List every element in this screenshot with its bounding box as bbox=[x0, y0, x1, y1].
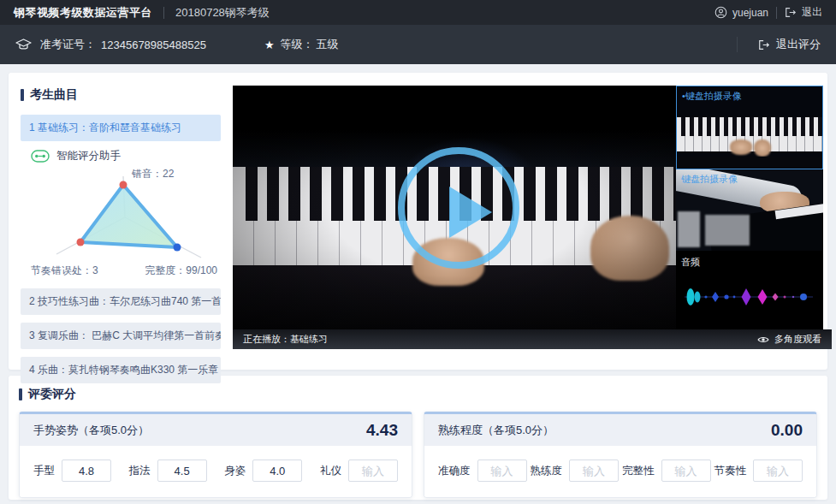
hand-shape-input[interactable] bbox=[62, 460, 111, 482]
multi-angle-button[interactable]: 多角度观看 bbox=[757, 333, 821, 346]
now-playing-text: 正在播放：基础练习 bbox=[243, 333, 328, 346]
field-etiquette: 礼仪 bbox=[320, 460, 398, 482]
graduation-cap-icon bbox=[15, 39, 32, 51]
thumbnail-1-label: •键盘拍摄录像 bbox=[682, 90, 742, 103]
posture-input[interactable] bbox=[252, 460, 302, 482]
field-accuracy: 准确度 bbox=[438, 460, 527, 482]
thumbnail-keyboard-top[interactable]: •键盘拍摄录像 bbox=[676, 86, 823, 169]
field-posture: 身姿 bbox=[224, 460, 302, 482]
field-completeness: 完整性 bbox=[622, 460, 711, 482]
top-bar: 钢琴视频考级数据运营平台 20180728钢琴考级 yuejuan 退出 bbox=[0, 0, 836, 25]
song-item-2[interactable]: 2 技巧性练习曲：车尔尼练习曲740 第一首 bbox=[21, 288, 221, 315]
exit-scoring-button[interactable]: 退出评分 bbox=[737, 37, 821, 52]
rhythm-label: 节奏性 bbox=[714, 464, 747, 478]
posture-label: 身姿 bbox=[224, 464, 246, 478]
title-accent-bar bbox=[19, 388, 22, 400]
ai-assistant-icon bbox=[31, 150, 50, 163]
etiquette-label: 礼仪 bbox=[320, 464, 341, 478]
radar-label-wrong-notes: 错音：22 bbox=[132, 167, 174, 181]
audio-waveform bbox=[679, 278, 820, 316]
multi-angle-label: 多角度观看 bbox=[774, 333, 821, 346]
player-control-bar: 正在播放：基础练习 多角度观看 bbox=[233, 329, 832, 349]
user-icon bbox=[714, 6, 727, 19]
mini-hand-left bbox=[730, 139, 752, 155]
username: yuejuan bbox=[732, 7, 768, 19]
radar-label-completeness: 完整度：99/100 bbox=[145, 264, 217, 278]
scoring-title: 评委评分 bbox=[19, 387, 817, 402]
panel-2-header: 熟练程度（各项5.0分） 0.00 bbox=[424, 414, 816, 446]
play-button[interactable] bbox=[398, 147, 519, 269]
etiquette-input[interactable] bbox=[348, 460, 398, 482]
fingering-input[interactable] bbox=[157, 460, 207, 482]
user-divider bbox=[776, 7, 777, 19]
level-value: 五级 bbox=[317, 37, 339, 52]
title-divider bbox=[163, 7, 164, 19]
blurred-patch-1 bbox=[678, 211, 700, 247]
main-video-player[interactable] bbox=[233, 86, 685, 329]
session-title: 20180728钢琴考级 bbox=[175, 5, 270, 21]
panel-1-body: 手型 指法 身姿 礼仪 bbox=[20, 446, 412, 497]
accuracy-label: 准确度 bbox=[438, 464, 471, 478]
rhythm-input[interactable] bbox=[753, 460, 803, 482]
user-menu[interactable]: yuejuan bbox=[714, 6, 768, 19]
judge-scoring-card: 评委评分 手势姿势（各项5.0分） 4.43 手型 指法 bbox=[9, 376, 827, 500]
panel-2-body: 准确度 熟练度 完整性 节奏性 bbox=[424, 446, 816, 497]
accuracy-input[interactable] bbox=[477, 460, 527, 482]
scoring-panels: 手势姿势（各项5.0分） 4.43 手型 指法 身姿 bbox=[19, 412, 817, 498]
playlist-title: 考生曲目 bbox=[21, 87, 221, 103]
angle-thumbnails: •键盘拍摄录像 键盘拍摄录像 音频 bbox=[676, 86, 823, 329]
radar-label-rhythm-errors: 节奏错误处：3 bbox=[31, 264, 98, 278]
exam-info-bar: 准考证号：12345678985488525 ★ 等级：五级 退出评分 bbox=[0, 25, 836, 64]
playlist-title-text: 考生曲目 bbox=[30, 87, 78, 103]
panel-1-total-score: 4.43 bbox=[366, 421, 398, 440]
assistant-header: 智能评分助手 bbox=[31, 149, 221, 163]
exam-info-left: 准考证号：12345678985488525 ★ 等级：五级 bbox=[15, 37, 339, 52]
completeness-label: 完整性 bbox=[622, 464, 655, 478]
panel-2-total-score: 0.00 bbox=[771, 421, 803, 440]
level-group: ★ 等级：五级 bbox=[264, 37, 339, 52]
video-zone: •键盘拍摄录像 键盘拍摄录像 音频 bbox=[233, 86, 823, 349]
eye-icon bbox=[757, 335, 769, 344]
proficiency-label: 熟练度 bbox=[531, 464, 563, 478]
scoring-title-text: 评委评分 bbox=[28, 387, 76, 402]
panel-1-header: 手势姿势（各项5.0分） 4.43 bbox=[20, 414, 412, 446]
playlist-sidebar: 考生曲目 1 基础练习：音阶和琶音基础练习 智能评分助手 bbox=[21, 86, 233, 370]
thumbnail-audio[interactable]: 音频 bbox=[676, 251, 823, 329]
brand-area: 钢琴视频考级数据运营平台 20180728钢琴考级 bbox=[14, 5, 270, 21]
field-hand-shape: 手型 bbox=[33, 460, 111, 482]
hand-shape-label: 手型 bbox=[33, 464, 55, 478]
field-proficiency: 熟练度 bbox=[531, 460, 620, 482]
admission-number: 12345678985488525 bbox=[101, 39, 206, 51]
song-item-4[interactable]: 4 乐曲：莫扎特钢琴奏鸣曲K330 第一乐章 bbox=[21, 357, 221, 383]
level-label: 等级： bbox=[281, 37, 314, 52]
field-rhythm: 节奏性 bbox=[714, 460, 803, 482]
thumbnail-2-label: 键盘拍摄录像 bbox=[681, 173, 738, 186]
mini-black-keys bbox=[679, 117, 823, 136]
thumbnail-keyboard-side[interactable]: 键盘拍摄录像 bbox=[676, 169, 823, 251]
field-fingering: 指法 bbox=[129, 460, 207, 482]
admission-label: 准考证号： bbox=[40, 37, 96, 52]
panel-2-title: 熟练程度（各项5.0分） bbox=[438, 423, 554, 438]
proficiency-input[interactable] bbox=[569, 460, 619, 482]
radar-svg bbox=[29, 175, 222, 265]
star-icon: ★ bbox=[264, 39, 275, 51]
blurred-patch-2 bbox=[705, 215, 750, 246]
thumbnail-1-text: 键盘拍摄录像 bbox=[685, 91, 742, 101]
user-area: yuejuan 退出 bbox=[714, 5, 822, 20]
panel-gesture-posture: 手势姿势（各项5.0分） 4.43 手型 指法 身姿 bbox=[19, 412, 412, 498]
radar-chart: 错音：22 节奏错误处：3 完整度：99/100 bbox=[29, 167, 221, 278]
completeness-input[interactable] bbox=[661, 460, 711, 482]
exit-scoring-label: 退出评分 bbox=[776, 37, 821, 52]
panel-1-title: 手势姿势（各项5.0分） bbox=[33, 423, 149, 438]
audio-label: 音频 bbox=[681, 256, 700, 269]
song-item-3[interactable]: 3 复调乐曲： 巴赫C 大调平均律第一首前奏曲 bbox=[21, 323, 221, 349]
mini-keyboard-front bbox=[677, 157, 822, 169]
exit-scoring-icon bbox=[758, 39, 770, 50]
logout-icon bbox=[785, 7, 797, 18]
logout-button[interactable]: 退出 bbox=[785, 5, 822, 20]
song-item-1[interactable]: 1 基础练习：音阶和琶音基础练习 bbox=[21, 115, 221, 141]
app-title: 钢琴视频考级数据运营平台 bbox=[14, 5, 152, 21]
mini-hand-right bbox=[754, 139, 771, 157]
fingering-label: 指法 bbox=[129, 464, 151, 478]
assistant-title: 智能评分助手 bbox=[56, 149, 121, 163]
